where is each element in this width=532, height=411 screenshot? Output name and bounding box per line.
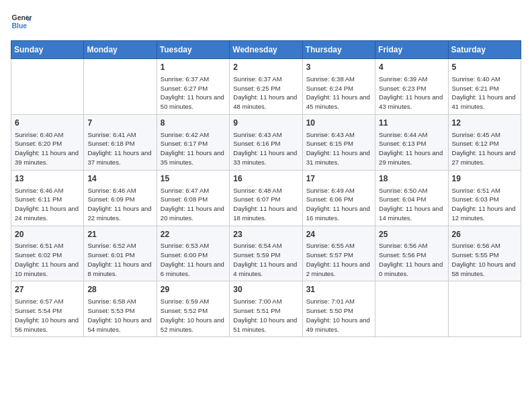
weekday-header: Saturday [448,41,521,59]
day-number: 18 [379,173,444,185]
calendar-cell: 24Sunrise: 6:55 AM Sunset: 5:57 PM Dayli… [302,226,375,281]
calendar-cell: 2Sunrise: 6:37 AM Sunset: 6:25 PM Daylig… [230,59,302,115]
day-info: Sunrise: 6:54 AM Sunset: 5:59 PM Dayligh… [233,241,298,278]
svg-text:Blue: Blue [12,22,28,30]
day-number: 25 [379,229,444,240]
calendar-cell: 19Sunrise: 6:51 AM Sunset: 6:03 PM Dayli… [448,170,521,226]
day-number: 22 [161,229,226,240]
calendar-cell: 10Sunrise: 6:43 AM Sunset: 6:15 PM Dayli… [302,114,375,170]
day-info: Sunrise: 6:42 AM Sunset: 6:17 PM Dayligh… [161,130,226,167]
day-info: Sunrise: 6:52 AM Sunset: 6:01 PM Dayligh… [87,241,152,278]
logo-icon: General Blue [11,11,32,32]
day-number: 16 [233,173,298,185]
calendar-week-row: 13Sunrise: 6:46 AM Sunset: 6:11 PM Dayli… [11,170,521,226]
day-number: 7 [87,118,152,129]
calendar-cell: 30Sunrise: 7:00 AM Sunset: 5:51 PM Dayli… [230,281,302,337]
calendar-cell: 26Sunrise: 6:56 AM Sunset: 5:55 PM Dayli… [448,226,521,281]
weekday-header: Wednesday [230,41,302,59]
day-info: Sunrise: 6:51 AM Sunset: 6:02 PM Dayligh… [15,241,80,278]
calendar-cell: 15Sunrise: 6:47 AM Sunset: 6:08 PM Dayli… [157,170,229,226]
day-info: Sunrise: 6:50 AM Sunset: 6:04 PM Dayligh… [379,186,444,223]
calendar-cell: 21Sunrise: 6:52 AM Sunset: 6:01 PM Dayli… [84,226,157,281]
day-number: 26 [452,229,517,240]
calendar-cell: 14Sunrise: 6:46 AM Sunset: 6:09 PM Dayli… [84,170,157,226]
calendar-cell: 7Sunrise: 6:41 AM Sunset: 6:18 PM Daylig… [84,114,157,170]
day-number: 17 [306,173,371,185]
day-number: 29 [161,284,226,295]
day-info: Sunrise: 6:47 AM Sunset: 6:08 PM Dayligh… [161,186,226,223]
calendar-header-row: SundayMondayTuesdayWednesdayThursdayFrid… [11,41,521,59]
calendar-cell: 27Sunrise: 6:57 AM Sunset: 5:54 PM Dayli… [11,281,84,337]
day-info: Sunrise: 6:40 AM Sunset: 6:20 PM Dayligh… [15,130,80,167]
calendar-cell: 28Sunrise: 6:58 AM Sunset: 5:53 PM Dayli… [84,281,157,337]
calendar-cell [448,281,521,337]
day-number: 5 [452,62,517,73]
day-info: Sunrise: 6:56 AM Sunset: 5:56 PM Dayligh… [379,241,444,278]
calendar-cell: 3Sunrise: 6:38 AM Sunset: 6:24 PM Daylig… [302,59,375,115]
day-number: 24 [306,229,371,240]
day-number: 6 [15,118,80,129]
calendar-week-row: 27Sunrise: 6:57 AM Sunset: 5:54 PM Dayli… [11,281,521,337]
calendar-table: SundayMondayTuesdayWednesdayThursdayFrid… [11,40,521,337]
calendar-cell [84,59,157,115]
day-info: Sunrise: 6:37 AM Sunset: 6:25 PM Dayligh… [233,75,298,111]
weekday-header: Sunday [11,41,84,59]
day-number: 3 [306,62,371,73]
day-number: 15 [161,173,226,185]
day-number: 20 [15,229,80,240]
day-number: 30 [233,284,298,295]
calendar-cell: 22Sunrise: 6:53 AM Sunset: 6:00 PM Dayli… [157,226,229,281]
day-info: Sunrise: 6:53 AM Sunset: 6:00 PM Dayligh… [161,241,226,278]
day-number: 2 [233,62,298,73]
day-number: 21 [87,229,152,240]
day-info: Sunrise: 6:46 AM Sunset: 6:09 PM Dayligh… [87,186,152,223]
calendar-cell: 20Sunrise: 6:51 AM Sunset: 6:02 PM Dayli… [11,226,84,281]
day-info: Sunrise: 6:58 AM Sunset: 5:53 PM Dayligh… [87,297,152,334]
day-number: 8 [161,118,226,129]
calendar-cell: 8Sunrise: 6:42 AM Sunset: 6:17 PM Daylig… [157,114,229,170]
calendar-week-row: 1Sunrise: 6:37 AM Sunset: 6:27 PM Daylig… [11,59,521,115]
day-info: Sunrise: 6:48 AM Sunset: 6:07 PM Dayligh… [233,186,298,223]
weekday-header: Thursday [302,41,375,59]
calendar-cell: 31Sunrise: 7:01 AM Sunset: 5:50 PM Dayli… [302,281,375,337]
day-number: 14 [87,173,152,185]
calendar-week-row: 20Sunrise: 6:51 AM Sunset: 6:02 PM Dayli… [11,226,521,281]
day-info: Sunrise: 6:37 AM Sunset: 6:27 PM Dayligh… [161,75,226,111]
calendar-cell: 9Sunrise: 6:43 AM Sunset: 6:16 PM Daylig… [230,114,302,170]
day-info: Sunrise: 6:57 AM Sunset: 5:54 PM Dayligh… [15,297,80,334]
page-header: General Blue [11,11,521,32]
calendar-cell: 29Sunrise: 6:59 AM Sunset: 5:52 PM Dayli… [157,281,229,337]
day-info: Sunrise: 6:40 AM Sunset: 6:21 PM Dayligh… [452,75,517,111]
day-info: Sunrise: 6:38 AM Sunset: 6:24 PM Dayligh… [306,75,371,111]
day-number: 27 [15,284,80,295]
day-info: Sunrise: 7:01 AM Sunset: 5:50 PM Dayligh… [306,297,371,334]
day-info: Sunrise: 6:59 AM Sunset: 5:52 PM Dayligh… [161,297,226,334]
calendar-cell: 13Sunrise: 6:46 AM Sunset: 6:11 PM Dayli… [11,170,84,226]
day-info: Sunrise: 6:41 AM Sunset: 6:18 PM Dayligh… [87,130,152,167]
day-info: Sunrise: 6:51 AM Sunset: 6:03 PM Dayligh… [452,186,517,223]
calendar-cell: 6Sunrise: 6:40 AM Sunset: 6:20 PM Daylig… [11,114,84,170]
day-number: 23 [233,229,298,240]
day-number: 13 [15,173,80,185]
calendar-cell: 11Sunrise: 6:44 AM Sunset: 6:13 PM Dayli… [375,114,448,170]
day-info: Sunrise: 6:39 AM Sunset: 6:23 PM Dayligh… [379,75,444,111]
day-number: 9 [233,118,298,129]
day-info: Sunrise: 6:55 AM Sunset: 5:57 PM Dayligh… [306,241,371,278]
day-number: 19 [452,173,517,185]
day-info: Sunrise: 6:44 AM Sunset: 6:13 PM Dayligh… [379,130,444,167]
day-number: 12 [452,118,517,129]
day-info: Sunrise: 7:00 AM Sunset: 5:51 PM Dayligh… [233,297,298,334]
day-number: 1 [161,62,226,73]
day-info: Sunrise: 6:56 AM Sunset: 5:55 PM Dayligh… [452,241,517,278]
calendar-cell: 1Sunrise: 6:37 AM Sunset: 6:27 PM Daylig… [157,59,229,115]
weekday-header: Monday [84,41,157,59]
day-info: Sunrise: 6:43 AM Sunset: 6:16 PM Dayligh… [233,130,298,167]
day-info: Sunrise: 6:49 AM Sunset: 6:06 PM Dayligh… [306,186,371,223]
day-number: 28 [87,284,152,295]
calendar-cell [375,281,448,337]
weekday-header: Tuesday [157,41,229,59]
calendar-cell: 16Sunrise: 6:48 AM Sunset: 6:07 PM Dayli… [230,170,302,226]
calendar-cell: 17Sunrise: 6:49 AM Sunset: 6:06 PM Dayli… [302,170,375,226]
calendar-cell: 23Sunrise: 6:54 AM Sunset: 5:59 PM Dayli… [230,226,302,281]
day-info: Sunrise: 6:46 AM Sunset: 6:11 PM Dayligh… [15,186,80,223]
